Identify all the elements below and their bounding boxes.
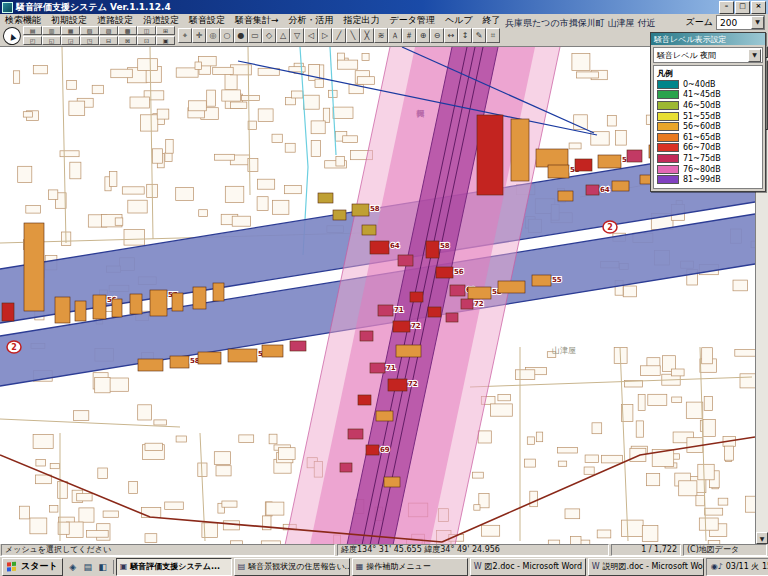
toolbar-button[interactable]: ▧ <box>80 26 99 35</box>
map-building[interactable] <box>262 345 283 357</box>
map-building[interactable] <box>446 313 458 322</box>
map-building[interactable] <box>130 294 142 314</box>
toolbar-button[interactable]: ◱ <box>42 36 61 45</box>
map-building[interactable] <box>172 293 183 311</box>
menu-item[interactable]: 沿道設定 <box>138 14 184 27</box>
map-building[interactable] <box>575 159 592 171</box>
map-building[interactable] <box>55 297 70 323</box>
map-building[interactable] <box>612 181 629 191</box>
map-building[interactable] <box>198 352 221 364</box>
toolbar-button[interactable]: ⌖ <box>178 28 192 43</box>
toolbar-button[interactable]: △ <box>276 28 290 43</box>
map-building[interactable] <box>228 349 257 362</box>
chevron-down-icon[interactable]: ▼ <box>748 49 761 62</box>
scroll-down-icon[interactable]: ▼ <box>756 532 768 544</box>
toolbar-button[interactable]: ▣ <box>156 36 175 45</box>
menu-item[interactable]: 騒音設定 <box>184 14 230 27</box>
toolbar-button[interactable]: ▦ <box>61 26 80 35</box>
toolbar-button[interactable]: ✛ <box>192 28 206 43</box>
map-building[interactable] <box>378 305 393 316</box>
toolbar-button[interactable]: ⌗ <box>486 28 500 43</box>
map-building[interactable] <box>536 149 568 167</box>
toolbar-button[interactable]: ▤ <box>23 26 42 35</box>
menu-item[interactable]: 分析・活用 <box>284 14 339 27</box>
map-building[interactable] <box>290 341 306 351</box>
map-building[interactable] <box>2 303 14 321</box>
toolbar-button[interactable]: ▨ <box>99 26 118 35</box>
toolbar-button[interactable]: ▭ <box>248 28 262 43</box>
map-building[interactable] <box>75 301 86 321</box>
menu-item[interactable]: 騒音集計→ <box>230 14 284 27</box>
map-canvas[interactable]: 5657585658645856697172585957645855727172… <box>0 47 755 545</box>
map-building[interactable] <box>366 445 379 455</box>
map-building[interactable] <box>548 165 569 178</box>
map-building[interactable] <box>436 267 453 278</box>
map-building[interactable] <box>627 150 642 162</box>
toolbar-button[interactable]: ◫ <box>137 26 156 35</box>
maximize-button[interactable]: □ <box>735 1 750 14</box>
toolbar-button[interactable]: ▩ <box>118 26 137 35</box>
map-building[interactable] <box>193 287 206 309</box>
toolbar-button[interactable]: ╳ <box>360 28 374 43</box>
map-building[interactable] <box>340 463 352 472</box>
map-building[interactable] <box>333 210 346 220</box>
toolbar-button[interactable]: ▥ <box>42 26 61 35</box>
toolbar-button[interactable]: ◎ <box>206 28 220 43</box>
toolbar-button[interactable]: ╲ <box>346 28 360 43</box>
close-button[interactable]: × <box>751 1 766 14</box>
map-building[interactable] <box>352 204 369 216</box>
start-button[interactable]: スタート <box>2 558 63 576</box>
toolbar-button[interactable]: ▽ <box>290 28 304 43</box>
menu-item[interactable]: 道路設定 <box>92 14 138 27</box>
map-building[interactable] <box>586 185 599 195</box>
quick-launch-icon[interactable]: ◧ <box>96 560 110 574</box>
map-building[interactable] <box>461 299 473 309</box>
menu-item[interactable]: 検索機能 <box>0 14 46 27</box>
map-building[interactable] <box>426 241 439 258</box>
map-building[interactable] <box>138 359 163 371</box>
map-building[interactable] <box>376 411 393 421</box>
menu-item[interactable]: 指定出力 <box>339 14 385 27</box>
map-building[interactable] <box>450 285 465 296</box>
taskbar-task-button[interactable]: W説明図.doc - Microsoft Word <box>588 558 704 576</box>
toolbar-button[interactable]: ↔ <box>444 28 458 43</box>
map-building[interactable] <box>362 225 376 235</box>
chevron-down-icon[interactable]: ▼ <box>751 16 764 29</box>
toolbar-button[interactable]: ╱ <box>332 28 346 43</box>
taskbar-task-button[interactable]: W図2.doc - Microsoft Word <box>470 558 586 576</box>
map-building[interactable] <box>410 292 423 302</box>
map-building[interactable] <box>358 395 371 405</box>
toolbar-button[interactable]: ⊞ <box>156 26 175 35</box>
toolbar-button[interactable]: ⊖ <box>430 28 444 43</box>
toolbar-button[interactable]: ⊟ <box>99 36 118 45</box>
map-building[interactable] <box>468 287 491 299</box>
map-building[interactable] <box>360 331 373 341</box>
menu-item[interactable]: 終了 <box>478 14 506 27</box>
map-building[interactable] <box>213 283 224 301</box>
noise-level-combobox[interactable]: 騒音レベル 夜間 ▼ <box>653 47 763 63</box>
taskbar-task-button[interactable]: ▣騒音評価支援システム... <box>116 558 232 576</box>
map-building[interactable] <box>384 477 400 487</box>
map-building[interactable] <box>558 191 573 201</box>
toolbar-button[interactable]: ⊕ <box>416 28 430 43</box>
toolbar-button[interactable]: ⊠ <box>118 36 137 45</box>
toolbar-button[interactable]: ◁ <box>304 28 318 43</box>
map-building[interactable] <box>498 281 525 293</box>
taskbar-task-button[interactable]: ▦操作補助メニュー <box>352 558 468 576</box>
toolbar-button[interactable]: ↕ <box>458 28 472 43</box>
menu-item[interactable]: データ管理 <box>385 14 440 27</box>
map-building[interactable] <box>598 155 621 168</box>
map-building[interactable] <box>388 379 407 391</box>
toolbar-button[interactable]: ○ <box>220 28 234 43</box>
menu-item[interactable]: 初期設定 <box>46 14 92 27</box>
quick-launch-icon[interactable]: ▤ <box>81 560 95 574</box>
map-building[interactable] <box>396 345 421 357</box>
map-building[interactable] <box>24 223 44 311</box>
menu-item[interactable]: ヘルプ <box>440 14 478 27</box>
map-building[interactable] <box>318 193 333 203</box>
toolbar-button[interactable]: ＃ <box>402 28 416 43</box>
quick-launch-icon[interactable]: ◈ <box>66 560 80 574</box>
map-viewport[interactable]: 5657585658645856697172585957645855727172… <box>0 46 755 545</box>
taskbar-task-button[interactable]: ▤騒音景観状況の住居報告い... <box>234 558 350 576</box>
toolbar-button[interactable]: ◇ <box>262 28 276 43</box>
